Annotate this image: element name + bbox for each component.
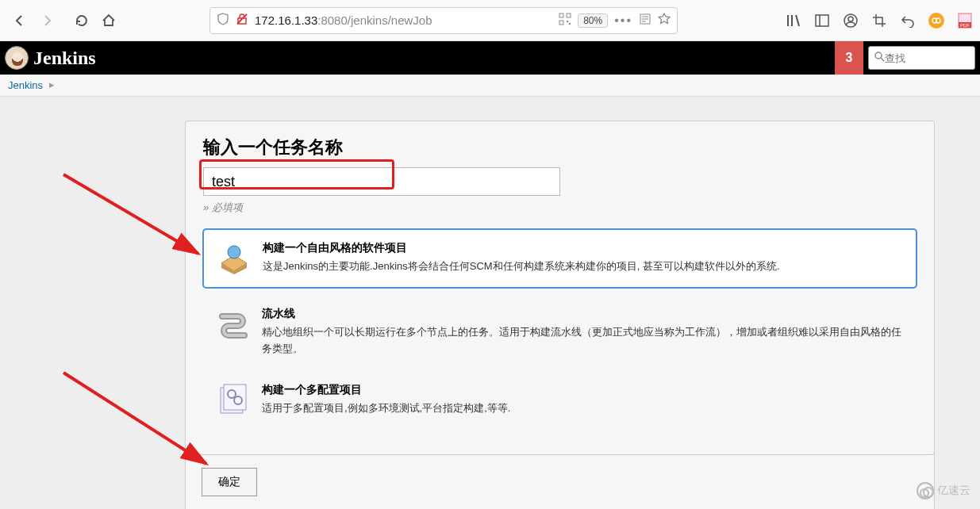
watermark: 亿速云 <box>917 482 970 499</box>
forward-button[interactable] <box>33 7 60 34</box>
new-job-panel: 输入一个任务名称 » 必填项 构建一个自由风格的软件项目 这是Jenkins的主… <box>185 121 935 455</box>
pdf-icon[interactable]: PDF <box>956 12 974 29</box>
infinity-icon[interactable] <box>928 12 945 29</box>
back-button[interactable] <box>6 7 33 34</box>
job-type-title: 流水线 <box>262 307 904 321</box>
jenkins-logo[interactable]: Jenkins <box>5 46 96 70</box>
svg-line-23 <box>881 58 884 61</box>
breadcrumb-root[interactable]: Jenkins <box>8 79 43 91</box>
multiconfig-icon <box>216 383 251 418</box>
svg-rect-6 <box>569 23 571 25</box>
content-area: 输入一个任务名称 » 必填项 构建一个自由风格的软件项目 这是Jenkins的主… <box>0 97 980 509</box>
watermark-text: 亿速云 <box>937 484 970 498</box>
browser-right-tools: PDF <box>785 12 974 29</box>
job-type-desc: 这是Jenkins的主要功能.Jenkins将会结合任何SCM和任何构建系统来构… <box>263 258 780 275</box>
watermark-icon <box>917 482 934 499</box>
reader-icon[interactable] <box>639 13 651 29</box>
search-box[interactable] <box>868 46 975 70</box>
job-type-list: 构建一个自由风格的软件项目 这是Jenkins的主要功能.Jenkins将会结合… <box>203 229 917 424</box>
library-icon[interactable] <box>785 12 802 29</box>
home-button[interactable] <box>95 7 122 34</box>
svg-point-22 <box>875 52 882 59</box>
svg-rect-2 <box>559 13 563 17</box>
zoom-badge[interactable]: 80% <box>578 13 608 28</box>
svg-rect-3 <box>567 13 571 17</box>
url-bar[interactable]: 172.16.1.33:8080/jenkins/newJob 80% ••• <box>209 7 678 34</box>
bookmark-star-icon[interactable] <box>658 13 671 29</box>
job-type-desc: 适用于多配置项目,例如多环境测试,平台指定构建,等等. <box>262 400 510 417</box>
job-type-pipeline[interactable]: 流水线 精心地组织一个可以长期运行在多个节点上的任务。适用于构建流水线（更加正式… <box>203 300 917 364</box>
svg-point-17 <box>848 17 853 21</box>
svg-text:PDF: PDF <box>960 23 970 28</box>
submit-bar: 确定 <box>185 452 935 509</box>
pipeline-icon <box>216 307 251 342</box>
reload-button[interactable] <box>68 7 95 34</box>
browser-toolbar: 172.16.1.33:8080/jenkins/newJob 80% ••• … <box>0 0 980 41</box>
jenkins-header: Jenkins 3 <box>0 41 980 75</box>
undo-icon[interactable] <box>899 12 917 29</box>
account-icon[interactable] <box>842 12 859 29</box>
shield-icon <box>217 13 229 29</box>
svg-rect-14 <box>816 15 828 26</box>
svg-line-13 <box>796 15 799 26</box>
insecure-icon <box>236 13 248 29</box>
search-icon <box>874 51 885 65</box>
jenkins-mascot-icon <box>5 46 29 70</box>
ok-button[interactable]: 确定 <box>202 468 257 496</box>
qr-icon[interactable] <box>559 13 571 29</box>
required-note: » 必填项 <box>203 201 917 215</box>
job-type-freestyle[interactable]: 构建一个自由风格的软件项目 这是Jenkins的主要功能.Jenkins将会结合… <box>203 229 917 288</box>
job-type-multiconfig[interactable]: 构建一个多配置项目 适用于多配置项目,例如多环境测试,平台指定构建,等等. <box>203 377 917 424</box>
svg-point-24 <box>228 246 240 258</box>
svg-rect-4 <box>559 21 563 25</box>
freestyle-icon <box>217 241 252 276</box>
svg-line-1 <box>237 14 247 24</box>
svg-rect-5 <box>567 21 568 22</box>
panel-heading: 输入一个任务名称 <box>203 136 917 159</box>
job-type-title: 构建一个自由风格的软件项目 <box>263 241 780 255</box>
url-text: 172.16.1.33:8080/jenkins/newJob <box>255 13 552 27</box>
more-icon[interactable]: ••• <box>614 13 632 28</box>
sidebar-icon[interactable] <box>813 12 831 29</box>
job-type-desc: 精心地组织一个可以长期运行在多个节点上的任务。适用于构建流水线（更加正式地应当称… <box>262 324 904 358</box>
item-name-input[interactable] <box>203 167 560 196</box>
crop-icon[interactable] <box>870 12 888 29</box>
job-type-title: 构建一个多配置项目 <box>262 383 510 397</box>
jenkins-brand-text: Jenkins <box>33 48 96 69</box>
breadcrumb-separator-icon: ▸ <box>49 78 55 90</box>
breadcrumb: Jenkins ▸ <box>0 75 980 97</box>
search-input[interactable] <box>885 52 970 64</box>
notification-badge[interactable]: 3 <box>835 41 863 75</box>
